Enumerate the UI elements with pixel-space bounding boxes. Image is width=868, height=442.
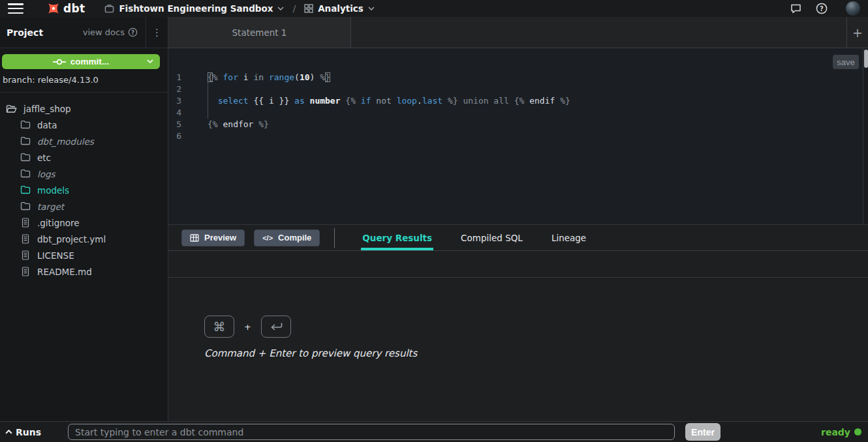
runs-toggle[interactable]: Runs (5, 427, 68, 437)
tab-lineage[interactable]: Lineage (550, 225, 587, 250)
tree-item-models[interactable]: models (0, 182, 168, 198)
tab-compiled-sql[interactable]: Compiled SQL (459, 225, 524, 250)
account-grid-icon (304, 4, 313, 13)
org-icon (104, 4, 114, 13)
file-icon (20, 267, 31, 276)
chat-icon[interactable] (790, 3, 801, 14)
tree-item-README.md[interactable]: README.md (0, 263, 168, 280)
tree-item-label: README.md (37, 267, 92, 277)
tab-statement-1[interactable]: Statement 1 (168, 17, 351, 48)
tree-item-label: data (37, 120, 57, 130)
sidebar-title: Project (7, 27, 43, 38)
compile-button[interactable]: </> Compile (254, 229, 320, 246)
tree-item-label: models (37, 185, 69, 196)
breadcrumb-separator: / (292, 3, 296, 14)
user-avatar[interactable] (846, 1, 860, 16)
line-number: 1 (168, 72, 192, 83)
account-picker[interactable]: Analytics (304, 3, 375, 14)
dbt-logo[interactable]: dbt (46, 1, 85, 16)
tree-item-label: target (37, 201, 64, 212)
tree-item-data[interactable]: data (0, 117, 168, 133)
git-commit-icon (53, 58, 66, 66)
tree-item-LICENSE[interactable]: LICENSE (0, 247, 168, 263)
toolbar-divider (334, 228, 335, 248)
tree-item-target[interactable]: target (0, 198, 168, 214)
code-area[interactable]: 1{% for i in range(10) %}23 select {{ i … (168, 72, 861, 142)
svg-text:?: ? (820, 5, 824, 12)
results-toolbar: Preview </> Compile Query ResultsCompile… (168, 225, 868, 251)
tree-item-logs[interactable]: logs (0, 166, 168, 182)
code-line[interactable]: 4 (168, 107, 861, 119)
file-icon (20, 234, 31, 244)
status-label: ready (821, 427, 850, 437)
tree-item-label: etc (37, 153, 51, 163)
line-number: 5 (168, 119, 192, 130)
tree-item-jaffle_shop[interactable]: jaffle_shop (0, 100, 168, 117)
tree-item-label: dbt_modules (37, 136, 94, 147)
command-input[interactable] (68, 424, 675, 440)
project-picker[interactable]: Fishtown Engineering Sandbox (104, 3, 284, 14)
folder-icon (20, 121, 31, 129)
tree-item-label: .gitignore (37, 218, 80, 228)
line-number: 3 (168, 95, 192, 107)
view-docs-label: view docs (83, 27, 125, 37)
chevron-down-icon (147, 59, 153, 63)
line-number: 4 (168, 107, 192, 119)
chevron-down-icon (368, 7, 375, 10)
tab-query-results[interactable]: Query Results (361, 225, 433, 250)
command-bar: Runs Enter ready (0, 421, 868, 442)
tree-item-etc[interactable]: etc (0, 149, 168, 166)
top-bar: dbt Fishtown Engineering Sandbox / Analy… (0, 0, 868, 17)
results-subheader (168, 251, 868, 278)
editor-scrollbar[interactable] (863, 48, 868, 224)
preview-button[interactable]: Preview (181, 229, 245, 246)
dbt-logo-text: dbt (63, 2, 85, 15)
code-icon: </> (262, 234, 273, 242)
save-button[interactable]: save (833, 55, 859, 69)
runs-label: Runs (16, 427, 41, 437)
question-circle-icon: ? (128, 27, 138, 37)
tab-label: Compiled SQL (461, 233, 523, 243)
tree-item-dbt_project.yml[interactable]: dbt_project.yml (0, 231, 168, 247)
commit-button-label: commit... (70, 57, 109, 66)
code-line[interactable]: 6 (168, 130, 861, 142)
status-indicator: ready (821, 427, 861, 437)
sidebar: Project view docs ? ⋮ commit... branch: … (0, 17, 168, 421)
table-icon (190, 234, 199, 242)
enter-button[interactable]: Enter (685, 423, 721, 441)
tab-label: Statement 1 (232, 27, 287, 38)
commit-button[interactable]: commit... (2, 54, 160, 69)
hamburger-menu-icon[interactable] (8, 3, 23, 14)
results-tabs: Query ResultsCompiled SQLLineage (361, 225, 587, 250)
empty-state-hint: Command + Enter to preview query results (204, 347, 868, 359)
kebab-menu-icon[interactable]: ⋮ (146, 17, 168, 48)
file-tree: jaffle_shopdatadbt_modulesetclogsmodelst… (0, 93, 168, 280)
tree-item-label: LICENSE (37, 250, 74, 261)
tree-item-label: logs (37, 169, 55, 179)
code-line[interactable]: 3 select {{ i }} as number {% if not loo… (168, 95, 861, 107)
results-panel: ⌘ + Command + Enter to preview query res… (168, 278, 868, 421)
scrollbar-thumb[interactable] (864, 50, 868, 68)
code-editor[interactable]: save 1{% for i in range(10) %}23 select … (168, 48, 868, 225)
line-number: 6 (168, 130, 192, 142)
folder-icon (20, 186, 31, 194)
tab-label: Lineage (551, 233, 586, 243)
code-line[interactable]: 1{% for i in range(10) %} (168, 72, 861, 83)
tree-item-label: jaffle_shop (23, 104, 71, 114)
plus-symbol: + (244, 322, 251, 332)
tree-item-dbt_modules[interactable]: dbt_modules (0, 133, 168, 149)
code-line[interactable]: 5{% endfor %} (168, 119, 861, 130)
code-line[interactable]: 2 (168, 83, 861, 95)
folder-icon (20, 169, 31, 178)
line-number: 2 (168, 83, 192, 95)
preview-button-label: Preview (204, 233, 236, 243)
editor-tab-bar: Statement 1 + (168, 17, 868, 48)
view-docs-link[interactable]: view docs ? (83, 27, 138, 37)
file-icon (20, 250, 31, 260)
svg-text:?: ? (131, 29, 134, 36)
account-picker-label: Analytics (318, 3, 364, 14)
project-picker-label: Fishtown Engineering Sandbox (119, 3, 273, 14)
tree-item-.gitignore[interactable]: .gitignore (0, 214, 168, 231)
new-tab-button[interactable]: + (846, 17, 868, 48)
help-icon[interactable]: ? (816, 3, 828, 14)
